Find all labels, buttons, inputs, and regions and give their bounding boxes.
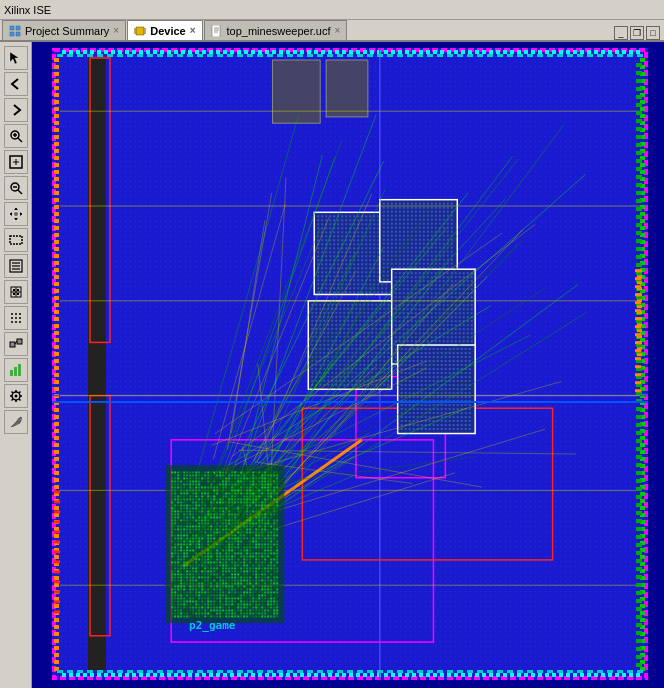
select-tool-button[interactable] [4,46,28,70]
autoplace-button[interactable] [4,332,28,356]
svg-rect-48 [10,342,15,347]
svg-point-42 [11,317,13,319]
svg-rect-35 [13,289,15,291]
tab-project-summary-label: Project Summary [25,25,109,37]
back-button[interactable] [4,72,28,96]
svg-rect-36 [17,289,19,291]
svg-rect-52 [18,364,21,376]
tab-project-summary[interactable]: Project Summary × [2,20,126,40]
svg-rect-38 [17,293,19,295]
svg-point-44 [19,317,21,319]
zoom-in-button[interactable] [4,124,28,148]
title-bar: Xilinx ISE [0,0,664,20]
svg-rect-12 [212,25,220,37]
fpga-device-canvas[interactable] [32,42,664,688]
grid-button[interactable] [4,306,28,330]
tab-device-label: Device [150,25,185,37]
netlist-button[interactable] [4,280,28,304]
svg-line-24 [18,190,22,194]
grid-icon [9,25,21,37]
zoom-out-button[interactable] [4,176,28,200]
maximize-button[interactable]: □ [646,26,660,40]
tab-bar: Project Summary × Device × top_minesweep… [0,20,664,42]
svg-point-54 [14,395,17,398]
svg-point-46 [15,321,17,323]
svg-rect-27 [10,236,22,244]
svg-rect-3 [16,32,20,36]
tab-project-summary-close[interactable]: × [113,25,119,36]
canvas-area[interactable] [32,42,664,688]
svg-rect-49 [17,339,22,344]
svg-point-39 [11,313,13,315]
svg-point-43 [15,317,17,319]
doc-icon [211,25,223,37]
tab-device[interactable]: Device × [127,20,202,40]
title-bar-text: Xilinx ISE [0,4,51,16]
svg-rect-2 [10,32,14,36]
svg-point-47 [19,321,21,323]
tab-ucf-close[interactable]: × [334,25,340,36]
analyze-button[interactable] [4,358,28,382]
svg-rect-0 [10,26,14,30]
draw-rect-button[interactable] [4,228,28,252]
tab-device-close[interactable]: × [190,25,196,36]
config-button[interactable] [4,384,28,408]
svg-line-17 [18,138,22,142]
restore-button[interactable]: ❐ [630,26,644,40]
chip-icon [134,25,146,37]
svg-rect-5 [137,28,143,34]
pan-button[interactable] [4,202,28,226]
window-controls: _ ❐ □ [614,26,664,40]
tab-ucf-label: top_minesweeper.ucf [227,25,331,37]
svg-point-41 [19,313,21,315]
svg-rect-50 [10,370,13,376]
wrench-button[interactable] [4,410,28,434]
forward-button[interactable] [4,98,28,122]
minimize-button[interactable]: _ [614,26,628,40]
assign-button[interactable] [4,254,28,278]
toolbar [0,42,32,688]
svg-rect-51 [14,367,17,376]
zoom-fit-button[interactable] [4,150,28,174]
svg-point-26 [14,212,18,216]
svg-point-40 [15,313,17,315]
svg-rect-37 [13,293,15,295]
svg-point-45 [11,321,13,323]
main-content [0,42,664,688]
svg-rect-1 [16,26,20,30]
tab-ucf[interactable]: top_minesweeper.ucf × [204,20,348,40]
